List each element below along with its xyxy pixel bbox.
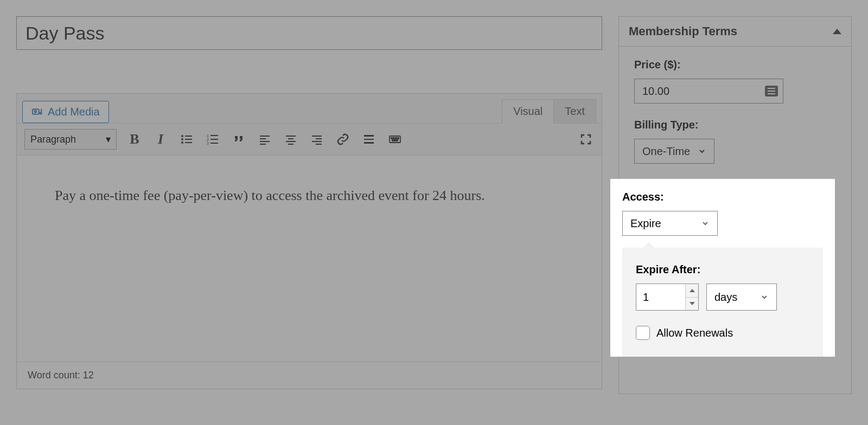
allow-renewals-label: Allow Renewals <box>656 327 733 339</box>
access-select[interactable]: Expire <box>622 211 718 236</box>
svg-rect-30 <box>390 136 400 143</box>
svg-point-1 <box>35 111 37 113</box>
blockquote-button[interactable] <box>231 131 247 147</box>
svg-text:2: 2 <box>207 138 209 141</box>
svg-rect-35 <box>392 140 398 141</box>
italic-button[interactable]: I <box>152 131 169 147</box>
align-center-button[interactable] <box>283 131 299 147</box>
access-section-highlight: Access: Expire Expire After: days <box>610 179 835 357</box>
tab-text[interactable]: Text <box>553 99 596 123</box>
align-left-button[interactable] <box>257 131 273 147</box>
expire-settings-box: Expire After: days Allow Renewals <box>622 248 823 357</box>
expire-after-label: Expire After: <box>636 263 809 276</box>
triangle-up-icon <box>833 29 841 34</box>
svg-rect-27 <box>364 135 374 137</box>
editor-container: Add Media Visual Text Paragraph ▾ B I <box>16 93 602 389</box>
chevron-down-icon: ▾ <box>106 133 111 145</box>
svg-rect-17 <box>260 141 270 142</box>
svg-rect-0 <box>33 109 39 114</box>
editor-content[interactable]: Pay a one-time fee (pay-per-view) to acc… <box>17 156 602 362</box>
read-more-button[interactable] <box>361 131 377 147</box>
svg-rect-26 <box>316 144 322 145</box>
stepper-down-button[interactable] <box>686 297 698 311</box>
svg-rect-32 <box>393 138 394 139</box>
svg-point-3 <box>181 135 183 137</box>
svg-text:3: 3 <box>207 141 209 145</box>
expire-unit-select[interactable]: days <box>706 284 777 311</box>
keyboard-toggle-button[interactable] <box>387 131 403 147</box>
svg-rect-12 <box>210 139 218 140</box>
svg-rect-21 <box>286 141 296 142</box>
price-label: Price ($): <box>634 59 836 71</box>
allow-renewals-checkbox[interactable] <box>636 326 650 340</box>
numbered-list-button[interactable]: 123 <box>205 131 221 147</box>
chevron-down-icon <box>760 293 769 301</box>
svg-rect-14 <box>210 143 218 144</box>
access-value: Expire <box>630 217 661 230</box>
editor-mode-tabs: Visual Text <box>502 99 596 123</box>
card-icon <box>765 86 778 96</box>
svg-point-7 <box>181 141 183 144</box>
content-text: Pay a one-time fee (pay-per-view) to acc… <box>55 188 485 203</box>
svg-rect-8 <box>185 142 192 143</box>
bold-button[interactable]: B <box>126 131 143 147</box>
svg-rect-10 <box>210 135 218 136</box>
link-button[interactable] <box>335 131 351 147</box>
svg-rect-24 <box>316 138 322 139</box>
svg-rect-23 <box>312 136 322 137</box>
fullscreen-button[interactable] <box>578 131 594 147</box>
post-title-input[interactable] <box>16 16 602 50</box>
expire-quantity-input[interactable] <box>636 284 685 310</box>
panel-title: Membership Terms <box>629 24 737 38</box>
svg-rect-28 <box>364 139 374 140</box>
editor-toolbar: Paragraph ▾ B I 123 <box>17 123 602 156</box>
chevron-down-icon <box>701 219 710 228</box>
add-media-button[interactable]: Add Media <box>22 101 109 123</box>
svg-point-2 <box>40 112 41 114</box>
svg-text:1: 1 <box>207 134 209 138</box>
expire-quantity-wrap <box>636 284 699 311</box>
svg-rect-15 <box>260 136 270 137</box>
camera-music-icon <box>31 106 43 118</box>
editor-status-bar: Word count: 12 <box>17 362 602 389</box>
svg-rect-6 <box>185 139 192 140</box>
panel-toggle[interactable]: Membership Terms <box>619 17 851 47</box>
tab-visual[interactable]: Visual <box>502 99 554 124</box>
billing-type-label: Billing Type: <box>634 119 836 131</box>
svg-rect-34 <box>398 138 399 139</box>
svg-rect-19 <box>286 136 296 137</box>
access-label: Access: <box>622 191 823 203</box>
svg-point-5 <box>181 138 183 140</box>
billing-type-select[interactable]: One-Time <box>634 139 714 164</box>
svg-rect-18 <box>260 144 266 145</box>
block-format-label: Paragraph <box>30 134 76 145</box>
word-count: Word count: 12 <box>28 370 94 381</box>
svg-rect-25 <box>312 141 322 142</box>
billing-type-value: One-Time <box>642 145 690 158</box>
svg-rect-22 <box>288 144 293 145</box>
svg-rect-16 <box>260 138 266 139</box>
svg-rect-4 <box>185 136 192 137</box>
bullet-list-button[interactable] <box>178 131 195 147</box>
block-format-select[interactable]: Paragraph ▾ <box>24 129 117 150</box>
price-input[interactable] <box>634 79 783 104</box>
expire-unit-value: days <box>714 291 737 304</box>
chevron-down-icon <box>698 147 706 156</box>
add-media-label: Add Media <box>48 106 100 118</box>
stepper-up-button[interactable] <box>686 284 698 297</box>
align-right-button[interactable] <box>309 131 325 147</box>
svg-rect-29 <box>364 142 374 144</box>
svg-rect-33 <box>395 138 397 139</box>
svg-rect-20 <box>288 138 293 139</box>
svg-rect-31 <box>391 138 392 139</box>
